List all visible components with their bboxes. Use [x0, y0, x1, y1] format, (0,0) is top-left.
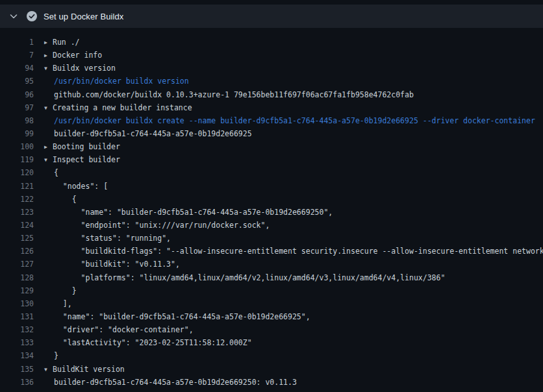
line-number[interactable]: 136: [0, 376, 34, 389]
step-header[interactable]: Set up Docker Buildx: [0, 5, 543, 28]
log-group-header[interactable]: ▶Booting builder: [44, 140, 120, 153]
log-group-title: Inspect builder: [53, 155, 120, 164]
log-output-text: {: [44, 166, 58, 179]
log-output-text: {: [44, 193, 77, 206]
log-output-text: "endpoint": "unix:///var/run/docker.sock…: [44, 219, 270, 232]
log-output-text: "status": "running",: [44, 232, 171, 245]
log-output-text: builder-d9cfb5a1-c764-445a-a57e-0b19d2e6…: [44, 376, 297, 389]
log-group-title: Docker info: [53, 51, 102, 60]
log-group-header[interactable]: ▼Buildx version: [44, 62, 116, 75]
log-line: 1▶Run ./: [0, 36, 543, 49]
disclosure-expanded-icon: ▼: [44, 62, 53, 75]
log-output-text: }: [44, 284, 77, 297]
log-line: 133 "lastActivity": "2023-02-25T11:58:12…: [0, 336, 543, 349]
disclosure-collapsed-icon: ▶: [44, 141, 53, 153]
check-circle-icon: [27, 11, 37, 21]
line-number[interactable]: 94: [0, 62, 34, 75]
line-number[interactable]: 122: [0, 193, 34, 206]
log-line: 124 "endpoint": "unix:///var/run/docker.…: [0, 219, 543, 232]
log-line: 134}: [0, 349, 543, 362]
line-number[interactable]: 1: [0, 36, 34, 49]
log-group-header[interactable]: ▼Creating a new builder instance: [44, 101, 192, 114]
log-output-text: "driver": "docker-container",: [44, 323, 194, 336]
log-output-text: ],: [44, 297, 72, 310]
log-line: 7▶Docker info: [0, 49, 543, 62]
disclosure-expanded-icon: ▼: [44, 363, 53, 376]
log-group-header[interactable]: ▶Run ./: [44, 36, 80, 49]
disclosure-expanded-icon: ▼: [44, 102, 53, 114]
log-output-text: "lastActivity": "2023-02-25T11:58:12.000…: [44, 336, 252, 349]
log-group-title: Buildx version: [53, 64, 116, 73]
line-number[interactable]: 132: [0, 323, 34, 336]
log-output-text: }: [44, 349, 58, 362]
log-group-title: Run ./: [53, 38, 80, 47]
line-number[interactable]: 129: [0, 284, 34, 297]
line-number[interactable]: 133: [0, 336, 34, 349]
log-group-header[interactable]: ▶Docker info: [44, 49, 102, 62]
log-line: 136builder-d9cfb5a1-c764-445a-a57e-0b19d…: [0, 376, 543, 389]
log-command-text: /usr/bin/docker buildx version: [44, 75, 189, 88]
log-line: 100▶Booting builder: [0, 140, 543, 153]
log-line: 131 "name": "builder-d9cfb5a1-c764-445a-…: [0, 310, 543, 323]
log-output-text: "platforms": "linux/amd64,linux/amd64/v2…: [44, 271, 445, 284]
log-output-text: "nodes": [: [44, 180, 108, 193]
log-group-header[interactable]: ▼BuildKit version: [44, 363, 125, 376]
line-number[interactable]: 95: [0, 75, 34, 88]
line-number[interactable]: 135: [0, 363, 34, 376]
log-line: 135▼BuildKit version: [0, 363, 543, 376]
log-line: 123 "name": "builder-d9cfb5a1-c764-445a-…: [0, 206, 543, 219]
log-group-title: Booting builder: [53, 142, 120, 151]
log-command-text: /usr/bin/docker buildx create --name bui…: [44, 114, 535, 127]
log-line: 132 "driver": "docker-container",: [0, 323, 543, 336]
log-output-text: github.com/docker/buildx 0.10.3+azure-1 …: [44, 88, 414, 101]
log-line: 119▼Inspect builder: [0, 153, 543, 166]
log-line: 121 "nodes": [: [0, 180, 543, 193]
log-line: 95/usr/bin/docker buildx version: [0, 75, 543, 88]
line-number[interactable]: 7: [0, 49, 34, 62]
log-group-title: Creating a new builder instance: [53, 103, 192, 112]
log-viewer: 1▶Run ./7▶Docker info94▼Buildx version95…: [0, 28, 543, 389]
line-number[interactable]: 126: [0, 245, 34, 258]
log-line: 122 {: [0, 193, 543, 206]
log-output-text: "name": "builder-d9cfb5a1-c764-445a-a57e…: [44, 206, 333, 219]
log-line: 97▼Creating a new builder instance: [0, 101, 543, 114]
log-output-text: "buildkitd-flags": "--allow-insecure-ent…: [44, 245, 543, 258]
log-line: 127 "buildkit": "v0.11.3",: [0, 258, 543, 271]
line-number[interactable]: 130: [0, 297, 34, 310]
disclosure-collapsed-icon: ▶: [44, 49, 53, 62]
line-number[interactable]: 127: [0, 258, 34, 271]
line-number[interactable]: 124: [0, 219, 34, 232]
line-number[interactable]: 131: [0, 310, 34, 323]
log-output-text: "name": "builder-d9cfb5a1-c764-445a-a57e…: [44, 310, 310, 323]
log-output-text: builder-d9cfb5a1-c764-445a-a57e-0b19d2e6…: [44, 127, 252, 140]
log-line: 98/usr/bin/docker buildx create --name b…: [0, 114, 543, 127]
line-number[interactable]: 98: [0, 114, 34, 127]
line-number[interactable]: 134: [0, 349, 34, 362]
line-number[interactable]: 96: [0, 88, 34, 101]
log-group-title: BuildKit version: [53, 365, 125, 374]
log-line: 130 ],: [0, 297, 543, 310]
disclosure-expanded-icon: ▼: [44, 154, 53, 166]
log-output-text: "buildkit": "v0.11.3",: [44, 258, 180, 271]
log-line: 129 }: [0, 284, 543, 297]
chevron-down-icon[interactable]: [9, 12, 18, 21]
log-line: 120{: [0, 166, 543, 179]
line-number[interactable]: 99: [0, 127, 34, 140]
step-title: Set up Docker Buildx: [44, 12, 123, 21]
line-number[interactable]: 97: [0, 101, 34, 114]
line-number[interactable]: 128: [0, 271, 34, 284]
line-number[interactable]: 120: [0, 166, 34, 179]
log-group-header[interactable]: ▼Inspect builder: [44, 153, 120, 166]
line-number[interactable]: 123: [0, 206, 34, 219]
log-line: 96github.com/docker/buildx 0.10.3+azure-…: [0, 88, 543, 101]
line-number[interactable]: 119: [0, 153, 34, 166]
log-line: 99builder-d9cfb5a1-c764-445a-a57e-0b19d2…: [0, 127, 543, 140]
log-line: 128 "platforms": "linux/amd64,linux/amd6…: [0, 271, 543, 284]
disclosure-collapsed-icon: ▶: [44, 36, 53, 49]
line-number[interactable]: 125: [0, 232, 34, 245]
log-line: 125 "status": "running",: [0, 232, 543, 245]
log-line: 94▼Buildx version: [0, 62, 543, 75]
log-line: 126 "buildkitd-flags": "--allow-insecure…: [0, 245, 543, 258]
line-number[interactable]: 121: [0, 180, 34, 193]
line-number[interactable]: 100: [0, 140, 34, 153]
